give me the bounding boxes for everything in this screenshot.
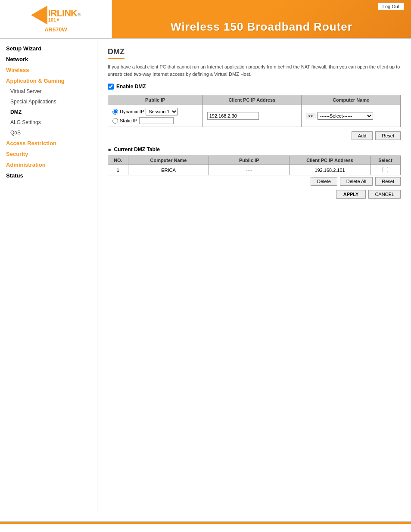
- row-client-ip: 192.168.2.101: [290, 165, 370, 175]
- sidebar-item-application-gaming[interactable]: Application & Gaming: [0, 75, 97, 86]
- footer-line: [0, 522, 411, 524]
- bottom-actions-row: APPLY CANCEL: [108, 190, 401, 199]
- dynamic-ip-radio[interactable]: [112, 109, 118, 115]
- sidebar-item-status[interactable]: Status: [0, 170, 97, 181]
- banner: Log Out Wireless 150 Broadband Router: [112, 0, 411, 38]
- sidebar: Setup Wizard Network Wireless Applicatio…: [0, 39, 97, 513]
- current-dmz-section-title: ● Current DMZ Table: [108, 146, 401, 153]
- add-reset-row: Add Reset: [108, 131, 401, 140]
- bullet-icon: ●: [108, 146, 111, 153]
- dmz-col-name: Computer Name: [128, 156, 209, 165]
- dmz-table: NO. Computer Name Public IP Client PC IP…: [108, 156, 401, 175]
- public-ip-cell: Dynamic IP Session 1 Static IP: [108, 105, 203, 127]
- sidebar-item-network[interactable]: Network: [0, 54, 97, 65]
- logout-button[interactable]: Log Out: [378, 3, 404, 10]
- cancel-button[interactable]: CANCEL: [368, 190, 401, 199]
- enable-dmz-row: Enable DMZ: [108, 84, 401, 90]
- add-button[interactable]: Add: [352, 131, 373, 140]
- row-select-checkbox[interactable]: [383, 167, 388, 172]
- ip-form-table: Public IP Client PC IP Address Computer …: [108, 95, 401, 127]
- model-name: AR570W: [44, 26, 67, 33]
- footer: [0, 521, 411, 532]
- static-ip-text: Static IP: [120, 118, 137, 123]
- content-area: DMZ If you have a local client PC that c…: [97, 39, 411, 513]
- apply-button[interactable]: APPLY: [336, 190, 366, 199]
- row-public-ip: ----: [209, 165, 290, 175]
- current-dmz-label: Current DMZ Table: [114, 146, 159, 152]
- enable-dmz-checkbox[interactable]: [108, 84, 114, 90]
- client-ip-cell: [202, 105, 302, 127]
- sidebar-item-virtual-server[interactable]: Virtual Server: [0, 86, 97, 96]
- client-ip-input[interactable]: [207, 112, 259, 120]
- table-row: 1 ERICA ---- 192.168.2.101: [108, 165, 401, 175]
- static-ip-input[interactable]: [139, 117, 174, 124]
- dmz-col-pubip: Public IP: [209, 156, 290, 165]
- session-select[interactable]: Session 1: [146, 108, 178, 115]
- row-select-cell: [370, 165, 400, 175]
- sidebar-item-alg-settings[interactable]: ALG Settings: [0, 117, 97, 128]
- reset-button[interactable]: Reset: [375, 131, 401, 140]
- sidebar-item-administration[interactable]: Administration: [0, 159, 97, 170]
- dynamic-ip-text: Dynamic IP: [120, 109, 144, 114]
- sidebar-item-security[interactable]: Security: [0, 149, 97, 159]
- page-title: DMZ: [108, 47, 125, 59]
- sidebar-item-dmz[interactable]: DMZ: [0, 107, 97, 117]
- row-computer-name: ERICA: [128, 165, 209, 175]
- enable-dmz-label: Enable DMZ: [116, 84, 146, 90]
- logo-registered-icon: ®: [78, 12, 81, 17]
- select-computer-button[interactable]: <<: [306, 113, 315, 119]
- sidebar-item-special-applications[interactable]: Special Applications: [0, 96, 97, 107]
- reset-table-button[interactable]: Reset: [375, 177, 401, 186]
- banner-title: Wireless 150 Broadband Router: [119, 20, 404, 34]
- sidebar-item-qos[interactable]: QoS: [0, 128, 97, 138]
- logo-triangle-icon: [31, 6, 47, 25]
- table-actions-row: Delete Delete All Reset: [108, 177, 401, 186]
- computer-name-cell: << ------Select------: [302, 105, 401, 127]
- dmz-col-clientip: Client PC IP Address: [290, 156, 370, 165]
- static-ip-label[interactable]: Static IP: [112, 117, 198, 124]
- static-ip-radio[interactable]: [112, 118, 118, 124]
- col-header-public-ip: Public IP: [108, 95, 203, 105]
- dynamic-ip-label[interactable]: Dynamic IP Session 1: [112, 108, 198, 115]
- delete-all-button[interactable]: Delete All: [340, 177, 373, 186]
- logo-dot-icon: [57, 19, 59, 21]
- page-description: If you have a local client PC that canno…: [108, 63, 401, 78]
- delete-button[interactable]: Delete: [311, 177, 337, 186]
- sidebar-item-setup-wizard[interactable]: Setup Wizard: [0, 43, 97, 54]
- logo-101-text: 101: [48, 17, 56, 22]
- dmz-col-select: Select: [370, 156, 400, 165]
- header: IRLINK ® 101 AR570W Log Out Wireless 150…: [0, 0, 411, 39]
- row-no: 1: [108, 165, 128, 175]
- logo: IRLINK ® 101: [31, 6, 81, 25]
- col-header-computer-name: Computer Name: [302, 95, 401, 105]
- sidebar-item-access-restriction[interactable]: Access Restriction: [0, 138, 97, 149]
- main-layout: Setup Wizard Network Wireless Applicatio…: [0, 39, 411, 513]
- dmz-col-no: NO.: [108, 156, 128, 165]
- computer-name-select[interactable]: ------Select------: [317, 112, 373, 120]
- col-header-client-ip: Client PC IP Address: [202, 95, 302, 105]
- logo-area: IRLINK ® 101 AR570W: [0, 0, 112, 38]
- sidebar-item-wireless[interactable]: Wireless: [0, 65, 97, 75]
